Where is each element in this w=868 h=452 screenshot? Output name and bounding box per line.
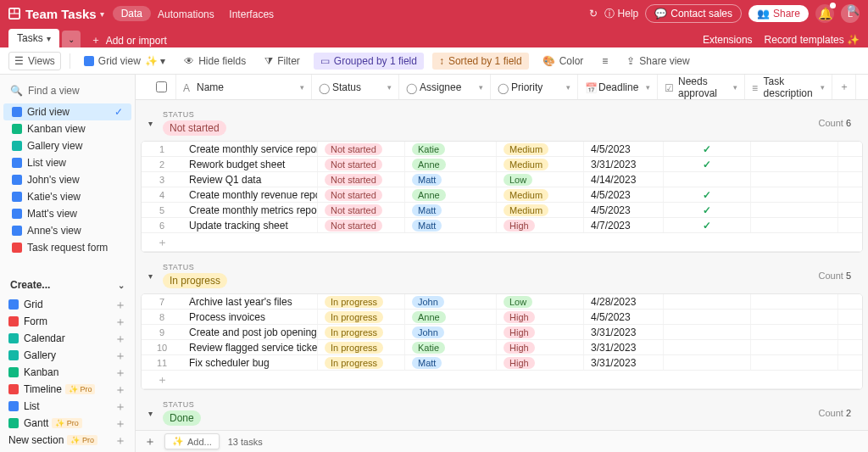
- create-view-item[interactable]: Grid＋: [0, 296, 135, 313]
- plus-icon[interactable]: ＋: [114, 332, 126, 344]
- add-row-button[interactable]: ＋: [142, 371, 862, 389]
- create-view-item[interactable]: Gantt✨ Pro＋: [0, 415, 135, 432]
- plus-icon[interactable]: ＋: [114, 434, 126, 446]
- view-icon: [12, 175, 22, 185]
- svg-rect-3: [10, 14, 19, 19]
- row-height-button[interactable]: ≡: [597, 53, 613, 70]
- table-row[interactable]: 2 Rework budget sheet Not started Anne M…: [142, 157, 862, 172]
- add-table-button[interactable]: ＋Add or import: [91, 33, 167, 47]
- chevron-down-icon[interactable]: ▾: [144, 271, 156, 281]
- col-needs-approval[interactable]: ☑Needs approval▾: [658, 75, 745, 99]
- table-row[interactable]: 9 Create and post job opening In progres…: [142, 325, 862, 340]
- plus-icon[interactable]: ＋: [114, 366, 126, 378]
- view-picker[interactable]: Grid view ✨ ▾: [79, 53, 170, 70]
- plus-icon[interactable]: ＋: [114, 315, 126, 327]
- table-row[interactable]: 7 Archive last year's files In progress …: [142, 294, 862, 310]
- contact-sales-button[interactable]: 💬 Contact sales: [645, 4, 742, 23]
- table-row[interactable]: 8 Process invoices In progress Anne High…: [142, 310, 862, 325]
- sidebar-view-item[interactable]: Gallery view: [3, 137, 131, 154]
- chevron-down-icon[interactable]: ▾: [144, 409, 156, 418]
- svg-rect-1: [10, 9, 14, 14]
- view-icon: [12, 209, 22, 219]
- sidebar-view-item[interactable]: Anne's view: [3, 222, 131, 239]
- view-icon: [12, 192, 22, 202]
- table-row[interactable]: 5 Create monthly metrics report Not star…: [142, 203, 862, 218]
- create-view-item[interactable]: List＋: [0, 398, 135, 415]
- sidebar-view-item[interactable]: John's view: [3, 171, 131, 188]
- pro-badge: ✨ Pro: [67, 435, 97, 445]
- grid-main: AName▾ ◯Status▾ ◯Assignee▾ ◯Priority▾ 📅D…: [136, 75, 868, 452]
- view-icon: [12, 124, 22, 134]
- table-row[interactable]: 11 Fix scheduler bug In progress Matt Hi…: [142, 355, 862, 371]
- plus-icon[interactable]: ＋: [114, 400, 126, 412]
- base-title[interactable]: Team Tasks: [25, 7, 97, 21]
- plus-icon[interactable]: ＋: [114, 417, 126, 429]
- plus-icon[interactable]: ＋: [114, 349, 126, 361]
- sidebar-view-item[interactable]: Matt's view: [3, 205, 131, 222]
- nav-interfaces[interactable]: Interfaces: [229, 8, 274, 20]
- sidebar-view-item[interactable]: Task request form: [3, 239, 131, 256]
- add-record-button[interactable]: ✨ Add...: [164, 433, 220, 449]
- create-view-item[interactable]: Kanban＋: [0, 364, 135, 381]
- sidebar-view-item[interactable]: List view: [3, 154, 131, 171]
- col-deadline[interactable]: 📅Deadline▾: [578, 75, 658, 99]
- add-row-button[interactable]: ＋: [142, 233, 862, 252]
- color-button[interactable]: 🎨 Color: [537, 53, 589, 70]
- col-assignee[interactable]: ◯Assignee▾: [399, 75, 491, 99]
- col-name[interactable]: AName▾: [176, 75, 312, 99]
- help-button[interactable]: ⓘ Help: [604, 7, 639, 21]
- table-row[interactable]: 1 Create monthly service report Not star…: [142, 142, 862, 157]
- select-all-checkbox[interactable]: [136, 75, 176, 99]
- share-view-button[interactable]: ⇪ Share view: [621, 53, 694, 70]
- history-icon[interactable]: ↻: [589, 8, 598, 20]
- hide-fields-button[interactable]: 👁 Hide fields: [179, 53, 251, 70]
- check-icon: ✓: [703, 143, 711, 155]
- pro-badge: ✨ Pro: [52, 418, 82, 428]
- sidebar-view-item[interactable]: Grid view✓: [3, 103, 131, 120]
- plus-icon[interactable]: ＋: [114, 299, 126, 310]
- filter-button[interactable]: ⧩ Filter: [259, 53, 305, 70]
- create-view-item[interactable]: Timeline✨ Pro＋: [0, 381, 135, 398]
- plus-icon[interactable]: ＋: [114, 383, 126, 395]
- create-view-item[interactable]: Calendar＋: [0, 330, 135, 347]
- data-tab[interactable]: Data: [113, 6, 151, 21]
- sort-button[interactable]: ↕ Sorted by 1 field: [432, 53, 529, 70]
- top-nav: Automations Interfaces: [158, 8, 286, 20]
- col-status[interactable]: ◯Status▾: [312, 75, 399, 99]
- extensions-link[interactable]: Extensions: [703, 34, 753, 46]
- create-view-item[interactable]: New section✨ Pro＋: [0, 432, 135, 449]
- record-templates-link[interactable]: Record templates ✨: [765, 34, 860, 46]
- notifications-icon[interactable]: 🔔: [815, 4, 834, 23]
- chevron-down-icon[interactable]: ▾: [100, 9, 104, 19]
- nav-automations[interactable]: Automations: [158, 8, 214, 20]
- col-task-description[interactable]: ≡Task description▾: [745, 75, 832, 99]
- group-header[interactable]: ▾ STATUSIn progress Count 5: [136, 258, 868, 293]
- grid-footer: ＋ ✨ Add... 13 tasks: [136, 430, 868, 452]
- create-section-header[interactable]: Create...⌄: [0, 274, 135, 296]
- sidebar-view-item[interactable]: Katie's view: [3, 188, 131, 205]
- create-view-item[interactable]: Gallery＋: [0, 347, 135, 364]
- add-column-button[interactable]: ＋: [832, 75, 856, 99]
- find-view-input[interactable]: 🔍 Find a view: [7, 81, 128, 100]
- group-header[interactable]: ▾ STATUSNot started Count 6: [136, 105, 868, 141]
- create-view-item[interactable]: Form＋: [0, 313, 135, 330]
- table-row[interactable]: 10 Review flagged service tickets In pro…: [142, 340, 862, 355]
- table-tab-tasks[interactable]: Tasks ▾: [8, 29, 59, 47]
- add-record-plus[interactable]: ＋: [144, 434, 156, 449]
- group-button[interactable]: ▭ Grouped by 1 field: [314, 53, 424, 70]
- table-row[interactable]: 6 Update tracking sheet Not started Matt…: [142, 218, 862, 233]
- group-header[interactable]: ▾ STATUSDone Count 2: [136, 395, 868, 431]
- sidebar-view-item[interactable]: Kanban view: [3, 120, 131, 137]
- chevron-down-icon[interactable]: ▾: [144, 119, 156, 128]
- app-header: Team Tasks ▾ Data Automations Interfaces…: [0, 0, 868, 27]
- col-priority[interactable]: ◯Priority▾: [491, 75, 578, 99]
- table-tabs-bar: Tasks ▾ ⌄ ＋Add or import Extensions Reco…: [0, 27, 868, 47]
- share-button[interactable]: 👥 Share: [748, 5, 809, 22]
- views-button[interactable]: ☰ Views: [8, 52, 61, 70]
- table-row[interactable]: 4 Create monthly revenue report Not star…: [142, 187, 862, 203]
- search-icon[interactable]: 🔍: [847, 4, 860, 16]
- logo-icon: [8, 8, 20, 20]
- table-row[interactable]: 3 Review Q1 data Not started Matt Low 4/…: [142, 172, 862, 187]
- column-headers: AName▾ ◯Status▾ ◯Assignee▾ ◯Priority▾ 📅D…: [136, 75, 868, 100]
- table-tab-chevron[interactable]: ⌄: [62, 31, 81, 47]
